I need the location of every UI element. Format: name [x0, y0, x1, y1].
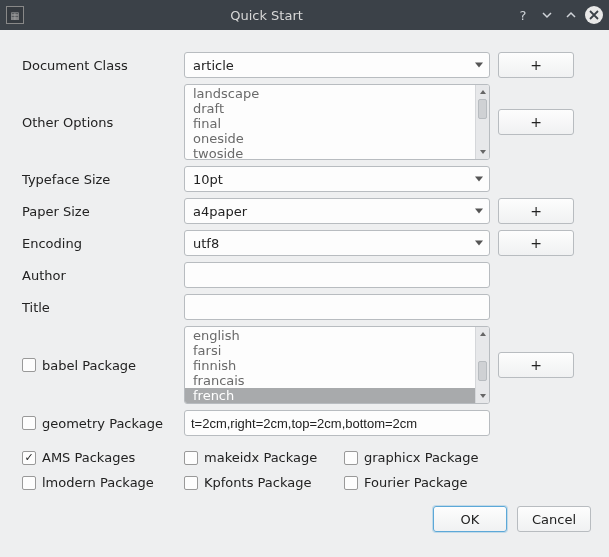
- encoding-label: Encoding: [22, 236, 184, 251]
- fourier-label: Fourier Package: [364, 475, 468, 490]
- author-input[interactable]: [191, 268, 483, 283]
- kpfonts-label: Kpfonts Package: [204, 475, 311, 490]
- ams-label: AMS Packages: [42, 450, 135, 465]
- list-item[interactable]: oneside: [185, 131, 475, 146]
- chevron-down-icon: [541, 9, 553, 21]
- title-input[interactable]: [191, 300, 483, 315]
- geometry-label: geometry Package: [42, 416, 163, 431]
- chevron-down-icon: [475, 63, 483, 68]
- fourier-check-item: Fourier Package: [344, 475, 504, 490]
- ams-checkbox[interactable]: [22, 451, 36, 465]
- lmodern-checkbox[interactable]: [22, 476, 36, 490]
- cancel-button[interactable]: Cancel: [517, 506, 591, 532]
- paper-size-combo[interactable]: a4paper: [184, 198, 490, 224]
- list-item[interactable]: francais: [185, 373, 475, 388]
- ok-button[interactable]: OK: [433, 506, 507, 532]
- list-item[interactable]: twoside: [185, 146, 475, 159]
- close-button[interactable]: [585, 6, 603, 24]
- makeidx-label: makeidx Package: [204, 450, 317, 465]
- minimize-button[interactable]: [537, 5, 557, 25]
- document-class-value: article: [193, 58, 234, 73]
- chevron-down-icon: [475, 209, 483, 214]
- geometry-input-wrapper: [184, 410, 490, 436]
- makeidx-checkbox[interactable]: [184, 451, 198, 465]
- list-item[interactable]: final: [185, 116, 475, 131]
- dialog-body: Document Class article + Other Options l…: [0, 30, 609, 557]
- list-item[interactable]: english: [185, 328, 475, 343]
- close-icon: [589, 10, 599, 20]
- window-title: Quick Start: [24, 8, 509, 23]
- geometry-row: geometry Package: [22, 416, 184, 431]
- paper-size-label: Paper Size: [22, 204, 184, 219]
- scroll-down-icon[interactable]: [476, 389, 489, 403]
- babel-languages-listbox[interactable]: english farsi finnish francais french: [184, 326, 490, 404]
- babel-row: babel Package: [22, 358, 184, 373]
- makeidx-check-item: makeidx Package: [184, 450, 344, 465]
- paper-size-add-button[interactable]: +: [498, 198, 574, 224]
- scroll-up-icon[interactable]: [476, 327, 489, 341]
- other-options-add-button[interactable]: +: [498, 109, 574, 135]
- list-item[interactable]: landscape: [185, 86, 475, 101]
- dialog-footer: OK Cancel: [22, 506, 591, 532]
- document-class-combo[interactable]: article: [184, 52, 490, 78]
- app-icon: ▦: [6, 6, 24, 24]
- graphicx-check-item: graphicx Package: [344, 450, 504, 465]
- typeface-size-label: Typeface Size: [22, 172, 184, 187]
- chevron-up-icon: [565, 9, 577, 21]
- chevron-down-icon: [475, 241, 483, 246]
- list-item[interactable]: french: [185, 388, 475, 403]
- geometry-input[interactable]: [191, 416, 483, 431]
- list-item[interactable]: draft: [185, 101, 475, 116]
- graphicx-label: graphicx Package: [364, 450, 479, 465]
- document-class-add-button[interactable]: +: [498, 52, 574, 78]
- author-input-wrapper: [184, 262, 490, 288]
- kpfonts-check-item: Kpfonts Package: [184, 475, 344, 490]
- list-item[interactable]: finnish: [185, 358, 475, 373]
- geometry-checkbox[interactable]: [22, 416, 36, 430]
- list-item[interactable]: farsi: [185, 343, 475, 358]
- scroll-thumb[interactable]: [478, 361, 487, 381]
- babel-checkbox[interactable]: [22, 358, 36, 372]
- babel-label: babel Package: [42, 358, 136, 373]
- help-button[interactable]: ?: [513, 5, 533, 25]
- lmodern-label: lmodern Package: [42, 475, 154, 490]
- encoding-value: utf8: [193, 236, 219, 251]
- scroll-down-icon[interactable]: [476, 145, 489, 159]
- typeface-size-combo[interactable]: 10pt: [184, 166, 490, 192]
- scrollbar[interactable]: [475, 327, 489, 403]
- ams-check-item: AMS Packages: [22, 450, 184, 465]
- titlebar: ▦ Quick Start ?: [0, 0, 609, 30]
- encoding-combo[interactable]: utf8: [184, 230, 490, 256]
- scroll-up-icon[interactable]: [476, 85, 489, 99]
- document-class-label: Document Class: [22, 58, 184, 73]
- fourier-checkbox[interactable]: [344, 476, 358, 490]
- author-label: Author: [22, 268, 184, 283]
- scrollbar[interactable]: [475, 85, 489, 159]
- other-options-label: Other Options: [22, 115, 184, 130]
- scroll-thumb[interactable]: [478, 99, 487, 119]
- title-label: Title: [22, 300, 184, 315]
- paper-size-value: a4paper: [193, 204, 247, 219]
- encoding-add-button[interactable]: +: [498, 230, 574, 256]
- maximize-button[interactable]: [561, 5, 581, 25]
- chevron-down-icon: [475, 177, 483, 182]
- lmodern-check-item: lmodern Package: [22, 475, 184, 490]
- graphicx-checkbox[interactable]: [344, 451, 358, 465]
- babel-add-button[interactable]: +: [498, 352, 574, 378]
- typeface-size-value: 10pt: [193, 172, 223, 187]
- title-input-wrapper: [184, 294, 490, 320]
- kpfonts-checkbox[interactable]: [184, 476, 198, 490]
- other-options-listbox[interactable]: landscape draft final oneside twoside: [184, 84, 490, 160]
